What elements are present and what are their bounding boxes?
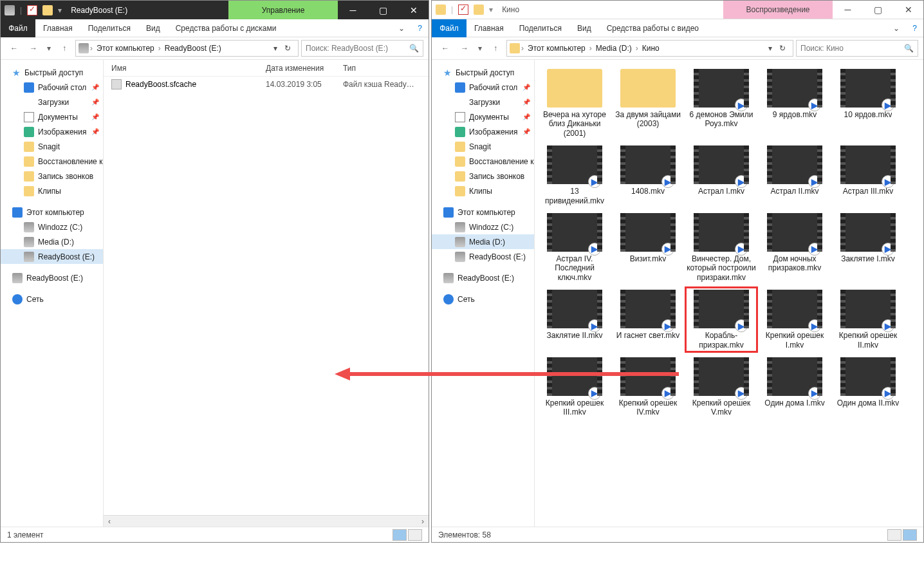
grid-item[interactable]: ▶Астрал I.mkv bbox=[685, 143, 757, 208]
col-type[interactable]: Тип bbox=[343, 64, 427, 73]
grid-item[interactable]: ▶Астрал IV. Последний ключ.mkv bbox=[539, 211, 611, 285]
table-row[interactable]: ReadyBoost.sfcache14.03.2019 3:05Файл кэ… bbox=[104, 77, 429, 92]
sidebar-quick-access[interactable]: ★Быстрый доступ bbox=[432, 65, 534, 80]
forward-button[interactable]: → bbox=[456, 40, 473, 57]
ribbon-tab-view[interactable]: Вид bbox=[569, 19, 599, 37]
qat-dropdown-icon[interactable]: ▾ bbox=[489, 5, 493, 14]
forward-button[interactable]: → bbox=[25, 40, 42, 57]
grid-item[interactable]: ▶Астрал II.mkv bbox=[759, 143, 831, 208]
sidebar-drive[interactable]: ReadyBoost (E:) bbox=[432, 249, 534, 264]
sidebar-item[interactable]: Клипы bbox=[1, 183, 103, 198]
grid-item[interactable]: ▶Крепкий орешек III.mkv bbox=[539, 355, 611, 420]
sidebar-drive[interactable]: ReadyBoost (E:) bbox=[1, 270, 103, 285]
close-button[interactable]: ✕ bbox=[893, 1, 923, 19]
file-menu[interactable]: Файл bbox=[1, 19, 35, 37]
sidebar-network[interactable]: Сеть bbox=[432, 292, 534, 306]
chevron-right-icon[interactable]: › bbox=[89, 44, 94, 53]
breadcrumb[interactable]: ReadyBoost (E:) bbox=[162, 44, 224, 53]
grid-item[interactable]: ▶Крепкий орешек IV.mkv bbox=[612, 355, 684, 420]
scroll-right-icon[interactable]: › bbox=[417, 517, 429, 526]
ribbon-tab-share[interactable]: Поделиться bbox=[80, 19, 138, 37]
ribbon-tab-context[interactable]: Средства работы с видео bbox=[599, 19, 707, 37]
folder-icon[interactable] bbox=[42, 5, 53, 15]
chevron-right-icon[interactable]: › bbox=[634, 44, 640, 53]
sidebar-item[interactable]: Документы📌 bbox=[432, 109, 534, 124]
sidebar-network[interactable]: Сеть bbox=[1, 292, 103, 306]
sidebar-drive[interactable]: Windozz (C:) bbox=[432, 220, 534, 234]
grid-item[interactable]: ▶9 ярдов.mkv bbox=[759, 66, 831, 140]
chevron-right-icon[interactable]: › bbox=[157, 44, 162, 53]
ribbon-tab-view[interactable]: Вид bbox=[138, 19, 168, 37]
ribbon-tab-home[interactable]: Главная bbox=[467, 19, 512, 37]
sidebar-item[interactable]: Snagit bbox=[432, 139, 534, 154]
file-menu[interactable]: Файл bbox=[432, 19, 467, 37]
search-input[interactable]: Поиск: Кино 🔍 bbox=[796, 40, 918, 57]
grid-item[interactable]: ▶Корабль-призрак.mkv bbox=[685, 287, 757, 352]
grid-item[interactable]: ▶Заклятие II.mkv bbox=[539, 287, 611, 352]
close-button[interactable]: ✕ bbox=[398, 1, 429, 19]
sidebar-quick-access[interactable]: ★Быстрый доступ bbox=[1, 65, 103, 80]
address-bar[interactable]: › Этот компьютер › ReadyBoost (E:) ▾ ↻ bbox=[75, 40, 299, 57]
sidebar-item[interactable]: Загрузки📌 bbox=[1, 95, 103, 109]
sidebar-item[interactable]: Клипы bbox=[432, 183, 534, 198]
sidebar-item[interactable]: Рабочий стол📌 bbox=[432, 80, 534, 95]
sidebar-this-pc[interactable]: Этот компьютер bbox=[1, 205, 103, 220]
back-button[interactable]: ← bbox=[437, 40, 454, 57]
col-date[interactable]: Дата изменения bbox=[266, 64, 343, 73]
sidebar-item[interactable]: Восстановление ко bbox=[432, 154, 534, 169]
sidebar-item[interactable]: Восстановление ко bbox=[1, 154, 103, 169]
search-icon[interactable]: 🔍 bbox=[409, 44, 419, 53]
view-icons-button[interactable] bbox=[408, 529, 422, 541]
grid-item[interactable]: ▶Астрал III.mkv bbox=[832, 143, 904, 208]
sidebar-item[interactable]: Snagit bbox=[1, 139, 103, 154]
grid-item[interactable]: ▶6 демонов Эмили Роуз.mkv bbox=[685, 66, 757, 140]
folder-icon[interactable] bbox=[474, 5, 484, 15]
h-scrollbar[interactable]: ‹ › bbox=[104, 515, 429, 527]
sidebar-drive[interactable]: ReadyBoost (E:) bbox=[432, 270, 534, 285]
grid-item[interactable]: ▶13 привидений.mkv bbox=[539, 143, 611, 208]
back-button[interactable]: ← bbox=[6, 40, 23, 57]
ribbon-expand-icon[interactable]: ⌄ bbox=[887, 24, 906, 33]
grid-item[interactable]: ▶Один дома I.mkv bbox=[759, 355, 831, 420]
breadcrumb[interactable]: Этот компьютер bbox=[94, 44, 157, 53]
context-tab-play[interactable]: Воспроизведение bbox=[723, 1, 833, 19]
addr-dropdown-icon[interactable]: ▾ bbox=[271, 44, 280, 53]
sidebar-item[interactable]: Рабочий стол📌 bbox=[1, 80, 103, 95]
up-button[interactable]: ↑ bbox=[56, 40, 73, 57]
breadcrumb[interactable]: Media (D:) bbox=[593, 44, 634, 53]
checkbox-icon[interactable]: ✓ bbox=[458, 5, 468, 15]
context-tab-manage[interactable]: Управление bbox=[228, 1, 338, 19]
grid-item[interactable]: ▶Дом ночных призраков.mkv bbox=[759, 211, 831, 285]
grid-item[interactable]: ▶Крепкий орешек II.mkv bbox=[832, 287, 904, 352]
help-icon[interactable]: ? bbox=[411, 24, 429, 33]
grid-item[interactable]: ▶1408.mkv bbox=[612, 143, 684, 208]
sidebar-item[interactable]: Загрузки📌 bbox=[432, 95, 534, 109]
grid-item[interactable]: За двумя зайцами (2003) bbox=[612, 66, 684, 140]
breadcrumb[interactable]: Этот компьютер bbox=[525, 44, 588, 53]
chevron-right-icon[interactable]: › bbox=[588, 44, 593, 53]
maximize-button[interactable]: ▢ bbox=[863, 1, 893, 19]
grid-item[interactable]: ▶Крепкий орешек V.mkv bbox=[685, 355, 757, 420]
ribbon-expand-icon[interactable]: ⌄ bbox=[392, 24, 411, 33]
recent-dropdown-icon[interactable]: ▾ bbox=[44, 40, 53, 57]
recent-dropdown-icon[interactable]: ▾ bbox=[476, 40, 485, 57]
sidebar-drive[interactable]: Media (D:) bbox=[1, 234, 103, 249]
refresh-button[interactable]: ↻ bbox=[775, 44, 790, 53]
scroll-left-icon[interactable]: ‹ bbox=[104, 517, 115, 526]
help-icon[interactable]: ? bbox=[906, 24, 923, 33]
qat-dropdown-icon[interactable]: ▾ bbox=[58, 6, 62, 15]
sidebar-item[interactable]: Документы📌 bbox=[1, 109, 103, 124]
sidebar-drive[interactable]: Media (D:) bbox=[432, 234, 534, 249]
grid-item[interactable]: ▶Один дома II.mkv bbox=[832, 355, 904, 420]
sidebar-item[interactable]: Изображения📌 bbox=[1, 124, 103, 139]
minimize-button[interactable]: ─ bbox=[833, 1, 863, 19]
grid-item[interactable]: Вечера на хуторе близ Диканьки (2001) bbox=[539, 66, 611, 140]
grid-item[interactable]: ▶Визит.mkv bbox=[612, 211, 684, 285]
sidebar-item[interactable]: Запись звонков bbox=[1, 169, 103, 183]
minimize-button[interactable]: ─ bbox=[338, 1, 368, 19]
col-name[interactable]: Имя bbox=[111, 64, 266, 73]
grid-item[interactable]: ▶Заклятие I.mkv bbox=[832, 211, 904, 285]
sidebar-item[interactable]: Изображения📌 bbox=[432, 124, 534, 139]
grid-item[interactable]: ▶Крепкий орешек I.mkv bbox=[759, 287, 831, 352]
view-details-button[interactable] bbox=[393, 529, 407, 541]
